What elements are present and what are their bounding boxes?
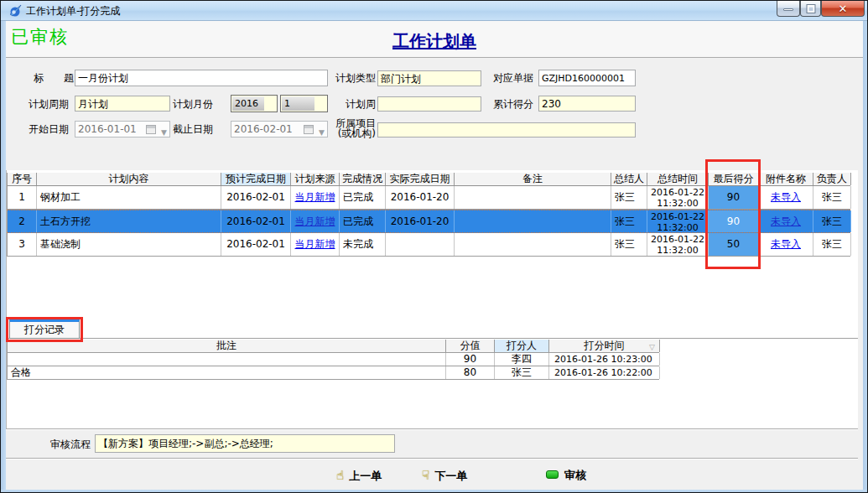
- plan-week-field[interactable]: [377, 96, 481, 112]
- col-header-status[interactable]: 完成情况: [340, 173, 386, 185]
- next-button[interactable]: ☟下一单: [422, 467, 467, 484]
- divider: [6, 458, 858, 459]
- col-header-final[interactable]: 最后得分: [709, 173, 759, 185]
- table-row[interactable]: 1 钢材加工 2016-02-01 当月新增 已完成 2016-01-20 张三…: [7, 186, 850, 210]
- cell-no: 1: [8, 186, 37, 209]
- attachment-link[interactable]: 未导入: [771, 215, 801, 227]
- doc-no-input[interactable]: GZJHD160000001: [538, 70, 636, 86]
- cell-actual: 2016-01-20: [386, 186, 455, 209]
- col-header-summarizer[interactable]: 总结人: [611, 173, 647, 185]
- cell-remark: [455, 186, 611, 209]
- cell-score-time: 2016-01-26 10:22:00: [549, 366, 660, 379]
- cell-scorer: 李四: [495, 353, 549, 366]
- title-input[interactable]: 一月份计划: [75, 70, 328, 86]
- chevron-down-icon: ▼: [161, 125, 167, 140]
- score-col-score[interactable]: 分值: [446, 340, 495, 352]
- total-score-label: 累计得分: [493, 96, 533, 112]
- plan-monthnum-spinner[interactable]: 1: [280, 95, 328, 112]
- col-header-expected[interactable]: 预计完成日期: [221, 173, 291, 185]
- cell-source: 当月新增: [291, 186, 340, 209]
- calendar-icon: [146, 125, 156, 134]
- cell-expected: 2016-02-01: [221, 233, 291, 256]
- table-row[interactable]: 3 基础浇制 2016-02-01 当月新增 未完成 张三 2016-01-22…: [7, 233, 850, 257]
- title-label: 标 题: [25, 70, 74, 86]
- col-header-source[interactable]: 计划来源: [291, 173, 340, 185]
- cell-summarizer: 张三: [611, 186, 647, 209]
- cell-summarizer: 张三: [611, 233, 647, 256]
- end-date-label: 截止日期: [173, 121, 213, 138]
- cell-actual: [386, 233, 455, 256]
- total-score-field[interactable]: 230: [538, 96, 636, 112]
- score-row[interactable]: 90 李四 2016-01-26 10:23:00: [7, 353, 659, 366]
- attachment-link[interactable]: 未导入: [771, 238, 801, 250]
- score-col-time[interactable]: 打分时间 ▽: [549, 340, 660, 352]
- cell-final-score: 90: [709, 210, 759, 232]
- cell-final-score: 50: [709, 233, 759, 256]
- cell-content: 基础浇制: [37, 233, 221, 256]
- start-date-picker[interactable]: 2016-01-01 ▼: [75, 121, 170, 138]
- minimize-button[interactable]: [777, 1, 800, 17]
- plan-type-field[interactable]: 部门计划: [377, 70, 481, 86]
- cell-no: 3: [8, 233, 37, 256]
- next-button-label: 下一单: [434, 470, 467, 482]
- start-date-label: 开始日期: [29, 121, 69, 138]
- tab-score-records[interactable]: 打分记录: [9, 319, 80, 339]
- review-flow-label: 审核流程: [49, 436, 91, 453]
- cell-score: 80: [446, 366, 495, 379]
- cell-comment: 合格: [8, 366, 446, 379]
- table-row-selected[interactable]: 2 土石方开挖 2016-02-01 当月新增 已完成 2016-01-20 张…: [7, 210, 850, 233]
- previous-button[interactable]: ☝上一单: [336, 467, 382, 484]
- cell-status: 未完成: [340, 233, 386, 256]
- cell-attachment: 未导入: [759, 233, 813, 256]
- cell-time: 2016-01-22 11:32:00: [647, 186, 709, 209]
- title-bar: 工作计划单-打分完成 ✕: [1, 1, 868, 21]
- app-icon: [8, 4, 22, 18]
- maximize-icon: [807, 5, 814, 13]
- cell-time: 2016-01-22 11:32:00: [647, 233, 709, 256]
- hand-down-icon: ☟: [422, 468, 429, 483]
- audit-button[interactable]: 审核: [546, 467, 586, 484]
- cell-no: 2: [8, 210, 37, 232]
- score-col-comment[interactable]: 批注: [8, 340, 446, 352]
- cell-attachment: 未导入: [759, 210, 813, 232]
- hand-up-icon: ☝: [336, 468, 344, 483]
- cell-score: 90: [446, 353, 495, 366]
- close-button[interactable]: ✕: [821, 1, 865, 17]
- cell-remark: [455, 233, 611, 256]
- cell-owner: 张三: [813, 186, 851, 209]
- cell-owner: 张三: [813, 233, 851, 256]
- col-header-time[interactable]: 总结时间: [647, 173, 709, 185]
- source-link[interactable]: 当月新增: [295, 215, 335, 227]
- window-frame-right: [863, 21, 868, 493]
- plan-table-header: 序号 计划内容 预计完成日期 计划来源 完成情况 实际完成日期 备注 总结人 总…: [7, 173, 850, 186]
- col-header-remark[interactable]: 备注: [455, 173, 611, 185]
- source-link[interactable]: 当月新增: [295, 238, 335, 250]
- plan-week-label: 计划周: [346, 96, 376, 112]
- plan-year-spinner[interactable]: 2016: [231, 95, 278, 112]
- col-header-owner[interactable]: 负责人: [813, 173, 851, 185]
- col-header-attachment[interactable]: 附件名称: [759, 173, 813, 185]
- col-header-no[interactable]: 序号: [8, 173, 37, 185]
- review-flow-field[interactable]: 【新方案】项目经理;->副总;->总经理;: [95, 434, 395, 453]
- attachment-link[interactable]: 未导入: [771, 191, 801, 203]
- source-link[interactable]: 当月新增: [295, 191, 335, 203]
- previous-button-label: 上一单: [349, 470, 382, 482]
- project-field[interactable]: [377, 122, 636, 138]
- window-title: 工作计划单-打分完成: [26, 4, 120, 18]
- minimize-icon: [783, 8, 793, 11]
- cell-owner: 张三: [813, 210, 851, 232]
- end-date-picker[interactable]: 2016-02-01 ▼: [231, 121, 328, 138]
- cell-expected: 2016-02-01: [221, 210, 291, 232]
- score-row[interactable]: 合格 80 张三 2016-01-26 10:22:00: [7, 366, 659, 380]
- cell-actual: 2016-01-20: [386, 210, 455, 232]
- cell-source: 当月新增: [291, 210, 340, 232]
- col-header-actual[interactable]: 实际完成日期: [386, 173, 455, 185]
- cell-final-score: 90: [709, 186, 759, 209]
- score-col-scorer[interactable]: 打分人: [495, 340, 549, 352]
- end-date-value: 2016-02-01: [234, 123, 293, 135]
- cell-summarizer: 张三: [611, 210, 647, 232]
- cell-expected: 2016-02-01: [221, 186, 291, 209]
- col-header-content[interactable]: 计划内容: [37, 173, 221, 185]
- maximize-button[interactable]: [800, 1, 821, 17]
- plan-cycle-field[interactable]: 月计划: [75, 96, 170, 112]
